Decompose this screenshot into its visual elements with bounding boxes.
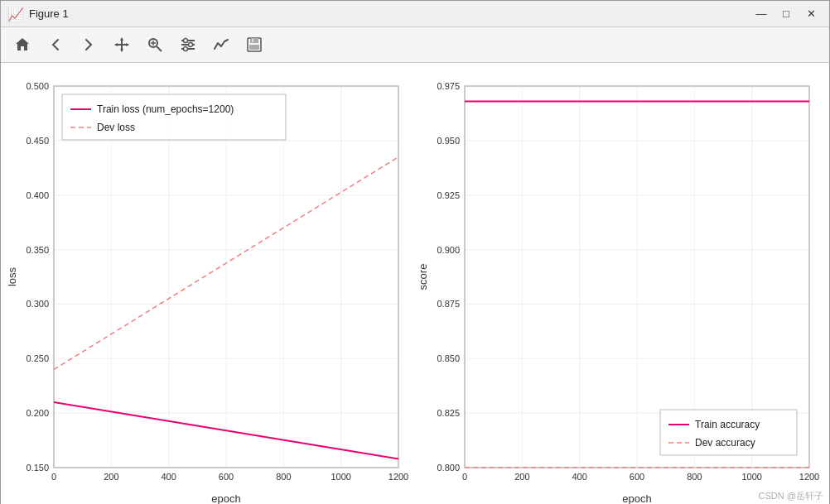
svg-marker-3 bbox=[120, 49, 123, 52]
app-icon: 📈 bbox=[7, 7, 22, 22]
window-title: Figure 1 bbox=[29, 7, 69, 20]
svg-point-14 bbox=[189, 43, 193, 47]
zoom-icon bbox=[147, 36, 163, 53]
main-content: CSDN @岳轩子 bbox=[1, 63, 829, 504]
svg-marker-4 bbox=[114, 43, 118, 46]
subplots-button[interactable] bbox=[206, 31, 236, 59]
main-window: 📈 Figure 1 — □ ✕ bbox=[0, 0, 830, 504]
left-chart-wrapper bbox=[4, 70, 415, 504]
pan-button[interactable] bbox=[107, 31, 137, 59]
charts-container bbox=[1, 63, 829, 504]
titlebar-left: 📈 Figure 1 bbox=[7, 7, 69, 22]
home-icon bbox=[14, 36, 31, 53]
forward-button[interactable] bbox=[74, 31, 104, 59]
svg-marker-2 bbox=[120, 37, 123, 41]
titlebar: 📈 Figure 1 — □ ✕ bbox=[1, 1, 829, 27]
svg-rect-17 bbox=[250, 38, 258, 43]
svg-rect-18 bbox=[249, 45, 259, 50]
pan-icon bbox=[113, 36, 130, 53]
right-chart-wrapper bbox=[415, 70, 826, 504]
home-button[interactable] bbox=[7, 31, 37, 59]
save-button[interactable] bbox=[239, 31, 269, 59]
save-icon bbox=[246, 36, 263, 53]
back-button[interactable] bbox=[41, 31, 70, 59]
svg-point-15 bbox=[184, 47, 188, 51]
back-icon bbox=[47, 36, 64, 53]
minimize-button[interactable]: — bbox=[750, 4, 773, 24]
configure-icon bbox=[180, 36, 196, 53]
svg-line-7 bbox=[157, 46, 162, 51]
maximize-button[interactable]: □ bbox=[775, 4, 798, 24]
svg-point-13 bbox=[184, 39, 188, 43]
configure-button[interactable] bbox=[173, 31, 203, 59]
watermark: CSDN @岳轩子 bbox=[759, 490, 823, 502]
forward-icon bbox=[80, 36, 97, 53]
edit-curves-icon bbox=[213, 36, 229, 53]
right-chart bbox=[415, 70, 826, 504]
svg-rect-19 bbox=[252, 39, 253, 42]
left-chart bbox=[4, 70, 415, 504]
close-button[interactable]: ✕ bbox=[799, 4, 823, 24]
svg-marker-5 bbox=[126, 43, 129, 46]
toolbar bbox=[1, 27, 829, 63]
titlebar-controls: — □ ✕ bbox=[750, 4, 823, 24]
zoom-button[interactable] bbox=[140, 31, 170, 59]
